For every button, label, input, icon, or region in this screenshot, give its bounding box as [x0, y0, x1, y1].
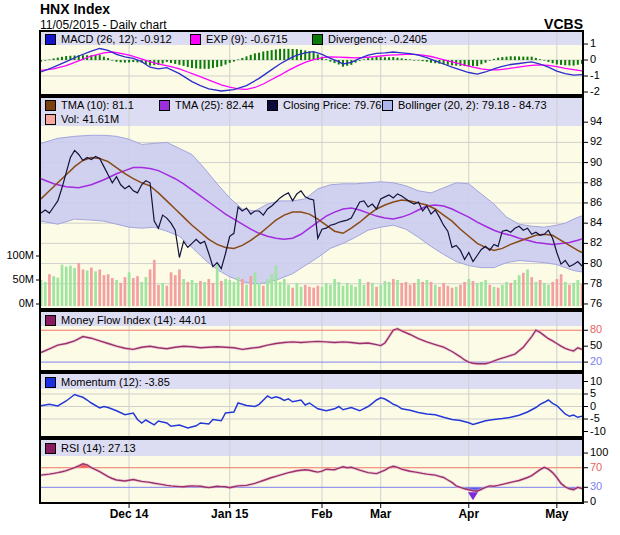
chart-canvas[interactable] [0, 0, 620, 535]
legend-label: EXP (9): -0.6715 [206, 33, 288, 45]
legend-label: Divergence: -0.2405 [328, 33, 427, 45]
exp-swatch-icon [190, 34, 201, 45]
mfi-swatch-icon [45, 315, 56, 326]
tma10-swatch-icon [45, 100, 56, 111]
price-panel [36, 97, 588, 309]
legend-momentum: Momentum (12): -3.85 [45, 376, 170, 388]
legend-exp: EXP (9): -0.6715 [190, 33, 288, 45]
macd-swatch-icon [45, 34, 56, 45]
legend-divergence: Divergence: -0.2405 [312, 33, 427, 45]
legend-volume: Vol: 41.61M [45, 113, 119, 125]
legend-label: Bollinger (20, 2): 79.18 - 84.73 [398, 99, 547, 111]
legend-rsi: RSI (14): 27.13 [45, 442, 136, 454]
legend-label: TMA (10): 81.1 [61, 99, 134, 111]
close-swatch-icon [267, 100, 278, 111]
legend-label: TMA (25): 82.44 [175, 99, 254, 111]
legend-tma10: TMA (10): 81.1 [45, 99, 134, 111]
rsi-swatch-icon [45, 443, 56, 454]
legend-label: MACD (26, 12): -0.912 [61, 33, 172, 45]
legend-tma25: TMA (25): 82.44 [159, 99, 254, 111]
volume-swatch-icon [45, 114, 56, 125]
legend-label: Money Flow Index (14): 44.01 [61, 314, 207, 326]
bollinger-swatch-icon [382, 100, 393, 111]
tma25-swatch-icon [159, 100, 170, 111]
legend-label: Closing Price: 79.76 [283, 99, 381, 111]
legend-bollinger: Bollinger (20, 2): 79.18 - 84.73 [382, 99, 547, 111]
legend-label: Momentum (12): -3.85 [61, 376, 170, 388]
legend-closing-price: Closing Price: 79.76 [267, 99, 381, 111]
legend-label: RSI (14): 27.13 [61, 442, 136, 454]
divergence-swatch-icon [312, 34, 323, 45]
legend-label: Vol: 41.61M [61, 113, 119, 125]
chart-window: HNX Index 11/05/2015 - Daily chart VCBS … [0, 0, 620, 535]
momentum-swatch-icon [45, 377, 56, 388]
legend-macd: MACD (26, 12): -0.912 [45, 33, 172, 45]
legend-mfi: Money Flow Index (14): 44.01 [45, 314, 207, 326]
